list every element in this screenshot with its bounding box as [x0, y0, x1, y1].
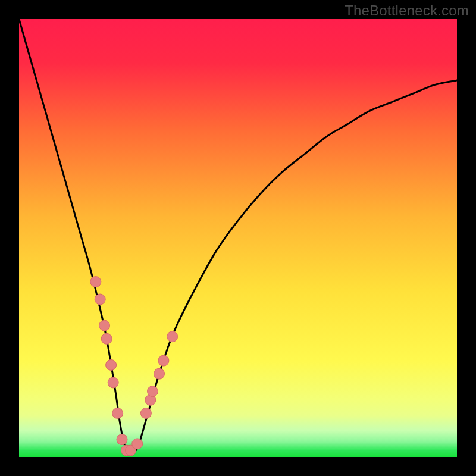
marker-dot [132, 439, 143, 449]
curve-overlay [19, 19, 457, 457]
marker-dot [167, 331, 178, 342]
marker-dot [148, 386, 158, 397]
marker-dots [90, 277, 178, 456]
marker-dot [108, 377, 118, 388]
marker-dot [95, 294, 105, 305]
marker-dot [101, 333, 112, 344]
marker-dot [90, 277, 101, 287]
marker-dot [99, 320, 110, 331]
marker-dot [106, 359, 117, 370]
marker-dot [154, 368, 165, 379]
marker-dot [112, 408, 123, 418]
marker-dot [140, 408, 151, 418]
bottleneck-curve-path [19, 19, 457, 453]
marker-dot [158, 355, 169, 366]
watermark-text: TheBottleneck.com [345, 2, 469, 19]
marker-dot [117, 434, 127, 445]
bottleneck-curve [19, 19, 457, 453]
chart-frame: TheBottleneck.com [0, 0, 476, 476]
plot-area [19, 19, 457, 457]
